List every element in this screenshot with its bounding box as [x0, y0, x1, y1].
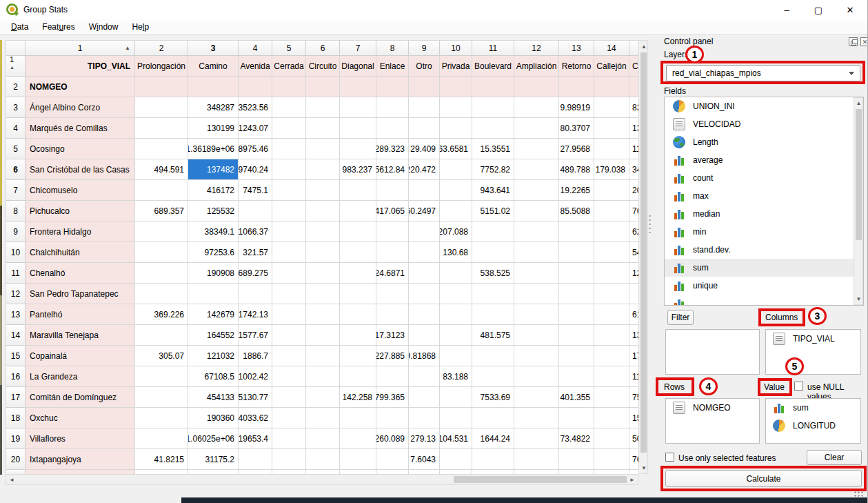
field-item-count[interactable]: count: [665, 169, 863, 187]
table-cell[interactable]: 983.237: [340, 159, 376, 180]
field-item-unique[interactable]: unique: [665, 277, 863, 295]
table-cell[interactable]: [559, 449, 594, 470]
table-cell[interactable]: 1886.7: [239, 346, 272, 366]
table-cell[interactable]: [594, 449, 629, 470]
table-cell[interactable]: 12: [629, 263, 638, 284]
scroll-left-icon[interactable]: ◄: [8, 475, 16, 484]
menu-help[interactable]: Help: [125, 21, 156, 33]
menu-features[interactable]: Features: [35, 21, 81, 33]
table-cell[interactable]: 689.357: [135, 201, 188, 221]
table-cell[interactable]: 142679: [188, 304, 239, 325]
row-header[interactable]: 18: [6, 408, 26, 428]
filter-button[interactable]: Filter: [667, 310, 694, 325]
row-header[interactable]: 4: [6, 118, 26, 139]
table-cell[interactable]: 24.6871: [376, 263, 409, 284]
selected-cell[interactable]: 137482: [188, 159, 239, 180]
table-cell[interactable]: [409, 221, 440, 242]
table-cell[interactable]: [514, 180, 559, 201]
field-item-Length[interactable]: Length: [665, 133, 863, 151]
table-cell[interactable]: 305.07: [135, 346, 188, 366]
row-header[interactable]: 3: [6, 97, 26, 118]
table-cell[interactable]: [306, 304, 340, 325]
column-header[interactable]: 5: [272, 41, 306, 56]
table-cell[interactable]: [594, 201, 629, 221]
table-cell[interactable]: [440, 159, 472, 180]
scroll-right-icon[interactable]: ►: [628, 475, 636, 484]
row-header[interactable]: 5: [6, 139, 26, 159]
table-horizontal-scrollbar[interactable]: ◄ ►: [6, 474, 638, 485]
table-cell[interactable]: [135, 180, 188, 201]
table-cell[interactable]: [440, 180, 472, 201]
table-cell[interactable]: 8975.46: [239, 139, 272, 159]
value-item-sum[interactable]: sum: [766, 399, 860, 417]
table-cell[interactable]: [409, 387, 440, 408]
table-cell[interactable]: 13: [629, 325, 638, 346]
table-cell[interactable]: [376, 180, 409, 201]
scroll-up-icon[interactable]: ▲: [639, 42, 649, 50]
table-cell[interactable]: [376, 449, 409, 470]
table-cell[interactable]: [559, 346, 594, 366]
table-cell[interactable]: [409, 97, 440, 118]
table-cell[interactable]: [239, 284, 272, 304]
table-cell[interactable]: [409, 263, 440, 284]
table-cell[interactable]: [188, 284, 239, 304]
table-cell[interactable]: [594, 346, 629, 366]
table-cell[interactable]: [135, 97, 188, 118]
municipality-name-cell[interactable]: San Pedro Tapanatepec: [26, 284, 135, 304]
table-cell[interactable]: [340, 346, 376, 366]
row-header[interactable]: 15: [6, 346, 26, 366]
table-cell[interactable]: 417.065: [376, 201, 409, 221]
table-cell[interactable]: [440, 325, 472, 346]
scroll-down-icon[interactable]: ▼: [854, 295, 863, 303]
table-cell[interactable]: 61: [629, 304, 638, 325]
table-cell[interactable]: 179.038: [594, 159, 629, 180]
table-cell[interactable]: [376, 97, 409, 118]
municipality-name-cell[interactable]: Frontera Hidalgo: [26, 221, 135, 242]
municipality-name-cell[interactable]: Marqués de Comillas: [26, 118, 135, 139]
pivot-table[interactable]: 1▲2345678910111213141▲TIPO_VIALProlongac…: [6, 40, 638, 474]
resize-grip[interactable]: [854, 491, 863, 497]
table-cell[interactable]: [272, 159, 306, 180]
table-cell[interactable]: 1243.07: [239, 118, 272, 139]
menu-data[interactable]: Data: [4, 21, 35, 33]
table-cell[interactable]: [340, 139, 376, 159]
table-cell[interactable]: [514, 201, 559, 221]
table-cell[interactable]: [440, 449, 472, 470]
table-cell[interactable]: 29.409: [409, 139, 440, 159]
scroll-down-icon[interactable]: ▼: [639, 464, 649, 472]
columns-item-TIPO_VIAL[interactable]: TIPO_VIAL: [766, 330, 860, 348]
table-cell[interactable]: 5151.02: [472, 201, 514, 221]
row-header[interactable]: 16: [6, 366, 26, 387]
table-cell[interactable]: [340, 242, 376, 263]
table-cell[interactable]: [514, 449, 559, 470]
table-cell[interactable]: 1577.67: [239, 325, 272, 346]
table-cell[interactable]: [272, 201, 306, 221]
table-cell[interactable]: [340, 284, 376, 304]
layer-select[interactable]: red_vial_chiapas_mpios: [666, 65, 860, 81]
row-header[interactable]: 6: [6, 159, 26, 180]
table-cell[interactable]: 260.089: [376, 428, 409, 449]
table-cell[interactable]: [514, 366, 559, 387]
municipality-name-cell[interactable]: Chicomuselo: [26, 180, 135, 201]
table-cell[interactable]: [440, 346, 472, 366]
table-cell[interactable]: [472, 346, 514, 366]
column-header[interactable]: 7: [340, 41, 376, 56]
table-cell[interactable]: [340, 304, 376, 325]
table-cell[interactable]: [272, 387, 306, 408]
table-cell[interactable]: [514, 97, 559, 118]
table-cell[interactable]: 7752.82: [472, 159, 514, 180]
municipality-name-cell[interactable]: San Cristóbal de las Casas: [26, 159, 135, 180]
municipality-name-cell[interactable]: Pantelhó: [26, 304, 135, 325]
table-cell[interactable]: [306, 263, 340, 284]
table-cell[interactable]: [472, 284, 514, 304]
table-cell[interactable]: 11: [629, 139, 638, 159]
table-cell[interactable]: [594, 304, 629, 325]
row-header[interactable]: 14: [6, 325, 26, 346]
table-cell[interactable]: [306, 180, 340, 201]
table-cell[interactable]: [306, 428, 340, 449]
table-cell[interactable]: [340, 201, 376, 221]
table-cell[interactable]: 27.9568: [559, 139, 594, 159]
table-cell[interactable]: [340, 263, 376, 284]
table-cell[interactable]: 60.2497: [409, 201, 440, 221]
table-cell[interactable]: 207.088: [440, 221, 472, 242]
